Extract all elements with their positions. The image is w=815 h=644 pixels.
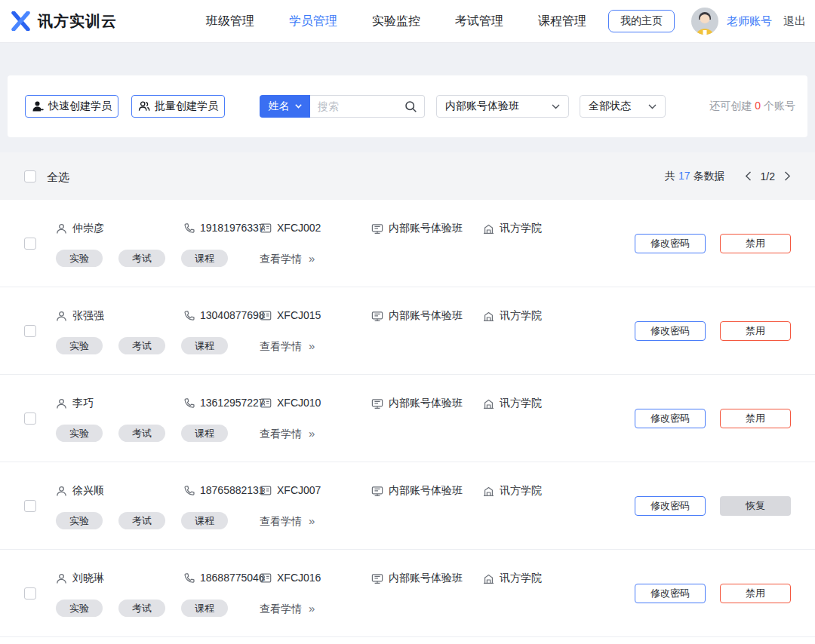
view-learning-link[interactable]: 查看学情»	[260, 427, 315, 441]
quick-create-student-button[interactable]: 快速创建学员	[25, 95, 118, 118]
student-account: XFCJ007	[277, 484, 321, 496]
toolbar-card: 快速创建学员 批量创建学员 姓名	[8, 75, 807, 137]
student-phone: 19181976337	[200, 222, 265, 234]
quota-prefix: 还可创建	[709, 100, 752, 112]
batch-create-label: 批量创建学员	[155, 100, 218, 113]
student-class: 内部账号体验班	[389, 397, 463, 410]
view-learning-label: 查看学情	[260, 603, 302, 615]
restore-button[interactable]: 恢复	[720, 496, 791, 516]
nav-class-management[interactable]: 班级管理	[206, 14, 254, 29]
student-class: 内部账号体验班	[389, 484, 463, 498]
tag-exam[interactable]: 考试	[118, 600, 165, 617]
change-password-button[interactable]: 修改密码	[635, 496, 706, 516]
student-class: 内部账号体验班	[389, 309, 463, 323]
student-college-field: 讯方学院	[483, 222, 542, 235]
user-icon	[56, 311, 67, 322]
student-account-field: XFCJ002	[260, 222, 321, 234]
search-icon[interactable]	[404, 100, 417, 113]
tag-experiment[interactable]: 实验	[56, 600, 103, 617]
select-all-checkbox[interactable]	[24, 170, 36, 182]
double-chevron-icon: »	[309, 339, 315, 352]
row-checkbox[interactable]	[24, 325, 36, 337]
tag-course[interactable]: 课程	[181, 512, 228, 529]
building-icon	[483, 223, 494, 235]
next-page-button[interactable]	[783, 170, 792, 182]
disable-button[interactable]: 禁用	[720, 584, 791, 603]
change-password-button[interactable]: 修改密码	[635, 321, 706, 341]
batch-create-student-button[interactable]: 批量创建学员	[131, 95, 225, 118]
status-filter-select[interactable]: 全部状态	[580, 95, 666, 118]
student-account-field: XFCJ010	[260, 397, 321, 409]
view-learning-label: 查看学情	[260, 253, 302, 265]
tag-exam[interactable]: 考试	[118, 512, 165, 529]
tag-experiment[interactable]: 实验	[56, 512, 103, 529]
row-actions: 修改密码 禁用	[635, 321, 791, 341]
tag-experiment[interactable]: 实验	[56, 250, 103, 267]
id-card-icon	[260, 572, 272, 584]
view-learning-link[interactable]: 查看学情»	[260, 602, 315, 616]
view-learning-label: 查看学情	[260, 340, 302, 352]
row-actions: 修改密码 恢复	[635, 496, 791, 516]
student-college-field: 讯方学院	[483, 484, 542, 498]
nav-course-management[interactable]: 课程管理	[538, 14, 586, 29]
tag-exam[interactable]: 考试	[118, 425, 165, 442]
tag-course[interactable]: 课程	[181, 337, 228, 354]
pagination: 1/2	[743, 170, 792, 182]
student-name: 仲崇彦	[72, 222, 104, 235]
phone-icon	[183, 222, 195, 234]
student-phone-field: 13040877698	[183, 309, 265, 321]
tag-exam[interactable]: 考试	[118, 337, 165, 354]
row-checkbox[interactable]	[24, 238, 36, 250]
row-checkbox[interactable]	[24, 500, 36, 512]
table-row: 张强强 13040877698 XFCJ015 内部账号体验班 讯方学院 实验 …	[0, 287, 815, 375]
student-class-field: 内部账号体验班	[371, 484, 463, 498]
chevron-down-icon	[648, 104, 657, 109]
student-class: 内部账号体验班	[389, 572, 463, 585]
phone-icon	[183, 572, 195, 584]
student-college: 讯方学院	[500, 484, 542, 498]
nav-lab-monitor[interactable]: 实验监控	[372, 14, 420, 29]
disable-button[interactable]: 禁用	[720, 234, 791, 253]
student-account: XFCJ015	[277, 309, 321, 321]
class-filter-select[interactable]: 内部账号体验班	[436, 95, 569, 118]
row-checkbox[interactable]	[24, 412, 36, 425]
student-name-field: 李巧	[56, 397, 94, 410]
disable-button[interactable]: 禁用	[720, 321, 791, 341]
student-name-field: 张强强	[56, 309, 104, 323]
prev-page-button[interactable]	[743, 170, 753, 182]
nav-student-management[interactable]: 学员管理	[289, 14, 337, 29]
student-class-field: 内部账号体验班	[371, 572, 463, 585]
view-learning-link[interactable]: 查看学情»	[260, 252, 315, 266]
row-checkbox[interactable]	[24, 587, 36, 600]
id-card-icon	[260, 485, 272, 496]
tag-course[interactable]: 课程	[181, 600, 228, 617]
tag-course[interactable]: 课程	[181, 250, 228, 267]
student-phone-field: 18688775046	[183, 572, 265, 584]
search-field-selector[interactable]: 姓名	[260, 95, 310, 118]
tag-exam[interactable]: 考试	[118, 250, 165, 267]
tag-course[interactable]: 课程	[181, 425, 228, 442]
nav-exam-management[interactable]: 考试管理	[455, 14, 503, 29]
main-nav: 班级管理 学员管理 实验监控 考试管理 课程管理	[206, 14, 586, 29]
search-input[interactable]	[310, 96, 399, 117]
change-password-button[interactable]: 修改密码	[635, 234, 706, 253]
view-learning-link[interactable]: 查看学情»	[260, 339, 315, 354]
disable-button[interactable]: 禁用	[720, 409, 791, 428]
account-name[interactable]: 老师账号	[727, 14, 772, 29]
avatar[interactable]	[691, 8, 718, 35]
change-password-button[interactable]: 修改密码	[635, 584, 706, 603]
change-password-button[interactable]: 修改密码	[635, 409, 706, 428]
building-icon	[483, 398, 494, 409]
tag-experiment[interactable]: 实验	[56, 425, 103, 442]
student-phone: 13612957227	[200, 397, 265, 409]
double-chevron-icon: »	[309, 252, 315, 265]
student-college-field: 讯方学院	[483, 397, 542, 410]
student-name-field: 刘晓琳	[56, 572, 104, 585]
logout-link[interactable]: 退出	[783, 14, 806, 29]
student-name: 徐兴顺	[72, 484, 104, 498]
tag-experiment[interactable]: 实验	[56, 337, 103, 354]
record-count: 共17条数据	[665, 170, 725, 183]
my-homepage-button[interactable]: 我的主页	[608, 10, 675, 32]
view-learning-link[interactable]: 查看学情»	[260, 514, 315, 529]
student-college: 讯方学院	[500, 397, 542, 410]
